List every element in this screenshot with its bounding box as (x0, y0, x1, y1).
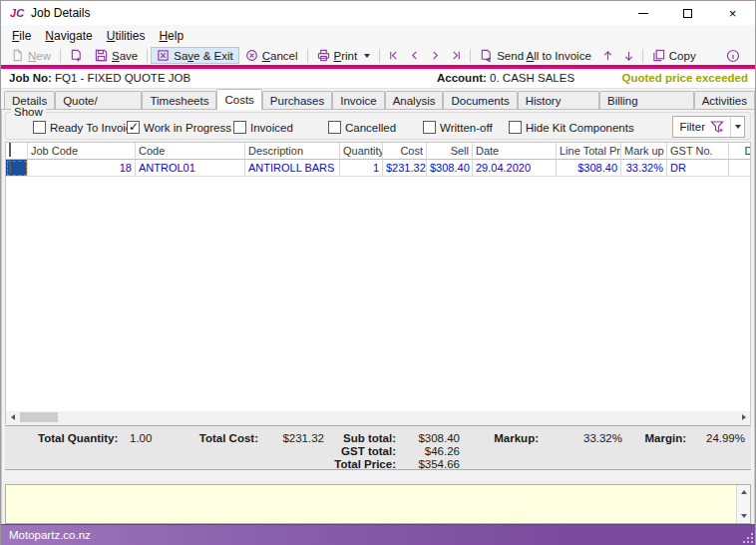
menu-bar: File Navigate Utilities Help (1, 25, 755, 46)
maximize-button[interactable] (665, 1, 710, 25)
minimize-icon (638, 13, 648, 14)
checkbox-hide-kit-components[interactable]: Hide Kit Components (509, 121, 634, 134)
next-record-button[interactable] (425, 47, 446, 64)
checkbox-ready-to-invoice[interactable]: Ready To Invoice (33, 121, 138, 134)
horizontal-scrollbar[interactable] (5, 411, 751, 424)
first-record-button[interactable] (383, 47, 404, 64)
scroll-up-button[interactable] (737, 486, 750, 498)
horizontal-scroll-thumb[interactable] (20, 412, 58, 422)
total-quantity-value: 1.00 (130, 432, 152, 444)
column-header-date[interactable]: Date (473, 143, 557, 160)
move-down-button[interactable] (618, 47, 639, 64)
tab-costs[interactable]: Costs (216, 89, 261, 110)
toolbar: New Save Save & Exit Cancel Print (1, 46, 755, 65)
up-arrow-icon (602, 50, 613, 62)
filter-button-main[interactable]: Filter (673, 117, 730, 137)
scroll-down-button[interactable] (737, 510, 750, 522)
checkbox-written-off[interactable]: Written-off (423, 121, 493, 134)
menu-navigate[interactable]: Navigate (38, 27, 99, 45)
total-price-label: Total Price: (334, 458, 396, 470)
column-header-description[interactable]: Description (245, 143, 340, 160)
filter-dropdown-button[interactable] (730, 117, 744, 137)
total-price-value: $354.66 (418, 458, 460, 470)
hide-kit-components-checkbox-icon[interactable] (509, 121, 522, 134)
scroll-left-button[interactable] (6, 411, 19, 423)
checkbox-cancelled[interactable]: Cancelled (328, 121, 396, 134)
row-select-cell[interactable] (6, 160, 28, 177)
new-label: New (28, 50, 51, 62)
scroll-right-button[interactable] (737, 411, 750, 423)
info-icon (726, 49, 740, 63)
scroll-left-icon (11, 414, 15, 420)
next-record-icon (430, 50, 441, 61)
tab-activities[interactable]: Activities (694, 91, 755, 110)
ready-to-invoice-checkbox-icon[interactable] (33, 121, 46, 134)
save-icon (95, 49, 108, 62)
select-all-checkbox-icon[interactable] (9, 143, 11, 157)
cancel-icon (245, 49, 258, 62)
column-header-line-total-price[interactable]: Line Total Price (557, 143, 621, 160)
column-header-gst-no[interactable]: GST No. (667, 143, 729, 160)
tab-timesheets[interactable]: Timesheets (142, 91, 216, 110)
save-button[interactable]: Save (89, 47, 144, 64)
notes-vertical-scrollbar[interactable] (736, 485, 750, 523)
copy-icon (652, 49, 665, 62)
tab-quote-budget[interactable]: Quote/ Budget (55, 91, 142, 110)
tab-analysis[interactable]: Analysis (385, 91, 444, 110)
last-record-button[interactable] (446, 47, 467, 64)
resize-grip[interactable] (743, 533, 753, 543)
toolbar-separator (60, 49, 61, 63)
column-header-job-code[interactable]: Job Code (28, 143, 136, 160)
cancelled-checkbox-icon[interactable] (328, 121, 341, 134)
column-header-quantity[interactable]: Quantity (340, 143, 383, 160)
tab-documents[interactable]: Documents (443, 91, 517, 110)
notes-textbox[interactable] (5, 484, 751, 524)
cancel-button[interactable]: Cancel (239, 47, 304, 64)
job-no-value: FQ1 - FIXED QUOTE JOB (55, 72, 190, 84)
tab-invoice[interactable]: Invoice (332, 91, 384, 110)
work-in-progress-checkbox-icon[interactable] (127, 121, 140, 134)
checkbox-invoiced[interactable]: Invoiced (233, 121, 293, 134)
copy-button[interactable]: Copy (646, 47, 702, 64)
total-quantity-label: Total Quantity: (38, 432, 118, 444)
cell-job-code: 18 (28, 160, 136, 177)
status-bar-text: Motopartz.co.nz (9, 529, 91, 541)
menu-utilities[interactable]: Utilities (100, 27, 153, 45)
new-button[interactable]: New (5, 47, 57, 64)
toolbar-separator (642, 49, 643, 63)
tab-history-notes[interactable]: History Notes (518, 91, 599, 110)
menu-file[interactable]: File (5, 27, 38, 45)
menu-help[interactable]: Help (152, 27, 190, 45)
table-row[interactable]: 18 ANTROL01 ANTIROLL BARS 1 $231.32 $308… (6, 160, 751, 177)
column-header-mark-up[interactable]: Mark up (621, 143, 667, 160)
column-header-disc[interactable]: Disc (729, 143, 751, 160)
send-all-to-invoice-button[interactable]: Send All to Invoice (474, 47, 597, 64)
totals-bar: Total Quantity: 1.00 Total Cost: $231.32… (5, 425, 751, 470)
markup-value: 33.32% (583, 432, 622, 444)
close-button[interactable]: × (710, 1, 755, 25)
invoiced-checkbox-icon[interactable] (233, 121, 246, 134)
row-checkbox-icon[interactable] (9, 160, 11, 174)
copy-label: Copy (669, 50, 696, 62)
written-off-checkbox-icon[interactable] (423, 121, 436, 134)
column-header-sell[interactable]: Sell (427, 143, 473, 160)
column-header-cost[interactable]: Cost (383, 143, 427, 160)
previous-record-button[interactable] (404, 47, 425, 64)
checkbox-work-in-progress[interactable]: Work in Progress (127, 121, 231, 134)
save-exit-button[interactable]: Save & Exit (151, 47, 238, 64)
previous-record-icon (409, 50, 420, 61)
grid-header-row: Job Code Code Description Quantity Cost … (6, 143, 751, 160)
notes-section (1, 481, 755, 524)
move-up-button[interactable] (597, 47, 618, 64)
grid-select-all-cell[interactable] (6, 143, 28, 160)
save-new-button[interactable] (64, 47, 89, 64)
print-button[interactable]: Print (311, 47, 377, 64)
filter-button[interactable]: Filter (672, 116, 745, 138)
minimize-button[interactable] (620, 1, 665, 25)
account: Account: 0. CASH SALES (437, 72, 574, 84)
tab-billing-schedule[interactable]: Billing Schedule (599, 91, 694, 110)
tab-purchases[interactable]: Purchases (262, 91, 332, 110)
column-header-code[interactable]: Code (136, 143, 245, 160)
info-button[interactable] (720, 47, 746, 64)
print-dropdown-icon[interactable] (364, 54, 370, 58)
